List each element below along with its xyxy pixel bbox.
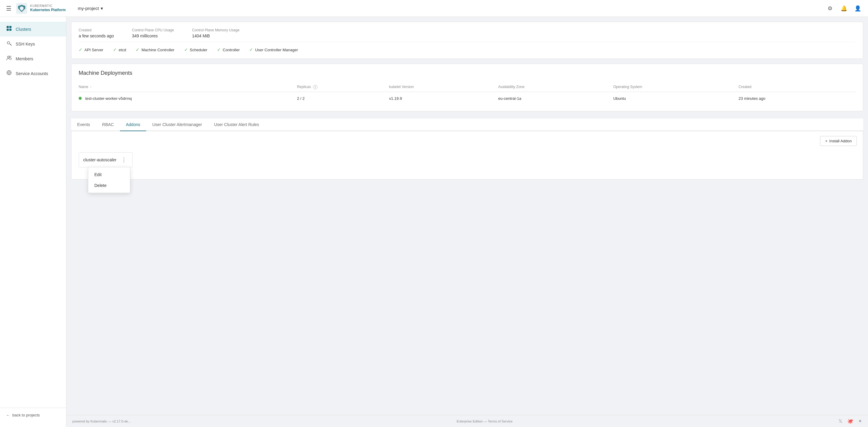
install-addon-button[interactable]: + Install Addon <box>820 136 857 146</box>
svg-point-9 <box>8 72 10 73</box>
status-user-controller-manager: ✓ User Controller Manager <box>249 47 298 53</box>
tab-events[interactable]: Events <box>71 119 96 131</box>
tab-alert-rules[interactable]: User Cluster Alert Rules <box>208 119 265 131</box>
status-machine-controller: ✓ Machine Controller <box>135 47 174 53</box>
sidebar: Clusters SSH Keys <box>0 17 66 427</box>
table-body: test-cluster-worker-v5drmq 2 / 2 v1.19.9… <box>79 92 856 105</box>
addons-panel: + Install Addon cluster-autoscaler ⋮ Edi… <box>71 131 863 179</box>
main-content: Created a few seconds ago Control Plane … <box>66 17 868 427</box>
machine-deployments-table: Name ↑ Replicas i kubelet Version Availa… <box>79 82 856 105</box>
machine-deployments-card: Machine Deployments Name ↑ Replicas i ku… <box>71 64 863 111</box>
status-etcd: ✓ etcd <box>113 47 126 53</box>
project-selector[interactable]: my-project ▾ <box>75 4 106 13</box>
status-scheduler: ✓ Scheduler <box>184 47 208 53</box>
memory-value: 1404 MiB <box>192 33 210 38</box>
status-row: ✓ API Server ✓ etcd ✓ Machine Controller… <box>79 42 856 53</box>
slack-icon[interactable]: ✦ <box>858 418 862 424</box>
svg-rect-4 <box>9 29 11 31</box>
worker-name: test-cluster-worker-v5drmq <box>85 96 132 101</box>
cell-zone: eu-central-1a <box>498 92 613 105</box>
etcd-label: etcd <box>119 48 126 52</box>
sidebar-item-ssh-keys[interactable]: SSH Keys <box>0 36 66 51</box>
info-card: Created a few seconds ago Control Plane … <box>71 22 863 59</box>
app-header: ☰ KUBERMATIC Kubernetes Platform my-proj… <box>0 0 868 17</box>
footer-social: 𝕏 🐙 ✦ <box>838 418 862 424</box>
check-icon-etcd: ✓ <box>113 47 117 53</box>
install-addon-plus-icon: + <box>825 139 828 143</box>
scheduler-label: Scheduler <box>190 48 208 52</box>
svg-point-5 <box>7 41 10 44</box>
back-to-projects-label: back to projects <box>12 413 40 417</box>
dropdown-item-delete[interactable]: Delete <box>88 180 130 191</box>
page-footer: powered by Kubermatic — v2.17.0-de... En… <box>66 415 868 427</box>
github-icon[interactable]: 🐙 <box>847 418 853 424</box>
twitter-icon[interactable]: 𝕏 <box>838 418 842 424</box>
col-zone: Availability Zone <box>498 82 613 92</box>
product-name: Kubernetes Platform <box>30 8 66 12</box>
cell-os: Ubuntu <box>613 92 739 105</box>
user-icon[interactable]: 👤 <box>854 4 862 13</box>
cell-replicas: 2 / 2 <box>297 92 389 105</box>
cell-kubelet: v1.19.9 <box>389 92 498 105</box>
sidebar-footer: ← back to projects <box>0 408 66 422</box>
user-controller-manager-label: User Controller Manager <box>255 48 298 52</box>
table-header-row: Name ↑ Replicas i kubelet Version Availa… <box>79 82 856 92</box>
service-accounts-icon <box>6 70 12 77</box>
notifications-icon[interactable]: 🔔 <box>840 4 848 13</box>
header-icons: ⚙ 🔔 👤 <box>826 4 862 13</box>
cpu-value: 349 millicores <box>132 33 158 38</box>
addon-dropdown-menu: Edit Delete <box>88 167 130 193</box>
tab-alertmanager[interactable]: User Cluster Alertmanager <box>146 119 208 131</box>
status-controller: ✓ Controller <box>217 47 240 53</box>
memory-field: Control Plane Memory Usage 1404 MiB <box>192 28 239 38</box>
back-arrow-icon: ← <box>6 413 10 417</box>
cell-name: test-cluster-worker-v5drmq <box>79 92 297 105</box>
tab-addons[interactable]: Addons <box>120 119 146 131</box>
col-created: Created <box>739 82 856 92</box>
back-to-projects[interactable]: ← back to projects <box>6 413 60 417</box>
dropdown-item-edit[interactable]: Edit <box>88 169 130 180</box>
api-server-label: API Server <box>84 48 103 52</box>
tab-rbac[interactable]: RBAC <box>96 119 120 131</box>
info-row-top: Created a few seconds ago Control Plane … <box>79 28 856 38</box>
logo: KUBERMATIC Kubernetes Platform <box>16 3 66 14</box>
sidebar-nav: Clusters SSH Keys <box>0 22 66 408</box>
sidebar-item-members[interactable]: Members <box>0 51 66 66</box>
hamburger-icon[interactable]: ☰ <box>6 5 11 12</box>
svg-rect-3 <box>7 29 9 31</box>
machine-deployments-title: Machine Deployments <box>79 70 856 76</box>
tabs-container: Events RBAC Addons User Cluster Alertman… <box>71 119 863 179</box>
brand-name: KUBERMATIC <box>30 4 66 8</box>
cpu-field: Control Plane CPU Usage 349 millicores <box>132 28 174 38</box>
footer-enterprise-text: Enterprise Edition — Terms of Service <box>457 420 513 423</box>
controller-label: Controller <box>223 48 240 52</box>
project-name: my-project <box>78 6 99 11</box>
svg-rect-1 <box>7 26 9 28</box>
table-row[interactable]: test-cluster-worker-v5drmq 2 / 2 v1.19.9… <box>79 92 856 105</box>
service-accounts-label: Service Accounts <box>16 71 48 76</box>
members-label: Members <box>16 56 33 61</box>
svg-point-6 <box>7 56 9 58</box>
svg-point-7 <box>10 56 11 58</box>
created-label: Created <box>79 28 114 32</box>
col-replicas: Replicas i <box>297 82 389 92</box>
col-os: Operating System <box>613 82 739 92</box>
check-icon-scheduler: ✓ <box>184 47 188 53</box>
col-name[interactable]: Name ↑ <box>79 82 297 92</box>
ssh-keys-icon <box>6 40 12 48</box>
footer-powered-text: powered by Kubermatic — v2.17.0-de... <box>72 420 131 423</box>
addon-item: cluster-autoscaler ⋮ Edit Delete <box>79 152 133 167</box>
sidebar-item-clusters[interactable]: Clusters <box>0 22 66 36</box>
addon-menu-button[interactable]: ⋮ <box>120 156 128 164</box>
sort-arrow-name: ↑ <box>90 85 92 89</box>
status-api-server: ✓ API Server <box>79 47 103 53</box>
sidebar-item-service-accounts[interactable]: Service Accounts <box>0 66 66 81</box>
created-value: a few seconds ago <box>79 33 114 38</box>
cell-created: 23 minutes ago <box>739 92 856 105</box>
logo-icon <box>16 3 27 14</box>
settings-icon[interactable]: ⚙ <box>826 4 834 13</box>
status-dot <box>79 97 82 100</box>
check-icon-user-controller-manager: ✓ <box>249 47 253 53</box>
addon-name: cluster-autoscaler <box>83 157 117 162</box>
clusters-icon <box>6 25 12 33</box>
